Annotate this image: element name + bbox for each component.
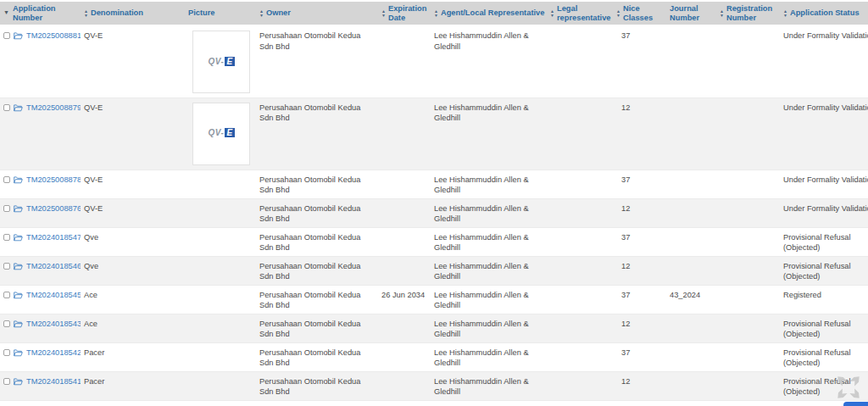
folder-open-icon[interactable] <box>14 262 23 270</box>
column-header-label: Nice Classes <box>623 4 653 23</box>
column-header-denomination[interactable]: Denomination <box>81 2 185 25</box>
legal-representative-cell <box>547 97 613 170</box>
application-status-cell: Under Formality Validation <box>780 170 868 198</box>
table-row: TM2024018541 Pacer Perusahaan Otomobil K… <box>0 371 868 400</box>
application-number-link[interactable]: TM2024018545 <box>26 290 81 301</box>
denomination-cell: QV-E <box>81 170 185 198</box>
bottom-corner-button[interactable] <box>843 402 868 406</box>
folder-open-icon[interactable] <box>14 233 23 242</box>
trademark-image[interactable]: QV-E <box>192 31 250 93</box>
nice-classes-cell: 12 <box>613 314 659 342</box>
denomination-cell: QV-E <box>81 198 185 227</box>
folder-open-icon[interactable] <box>14 291 23 299</box>
agent-cell: Lee Hishammuddin Allen & Gledhill <box>431 198 547 227</box>
sort-icon[interactable] <box>616 9 620 17</box>
expiration-date-cell: 26 Jun 2034 <box>378 285 431 314</box>
application-number-link[interactable]: TM2024018543 <box>26 319 81 330</box>
column-header-owner[interactable]: Owner <box>256 2 378 25</box>
row-checkbox[interactable] <box>3 32 10 39</box>
legal-representative-cell <box>547 25 613 97</box>
table-row: TM2025008876 QV-E Perusahaan Otomobil Ke… <box>0 198 868 227</box>
application-number-link[interactable]: TM2025008881 <box>26 31 81 42</box>
trademark-image[interactable]: QV-E <box>192 103 250 165</box>
journal-number-cell <box>659 256 716 285</box>
legal-representative-cell <box>547 170 613 198</box>
folder-open-icon[interactable] <box>14 320 23 328</box>
nice-classes-cell: 37 <box>613 227 659 256</box>
application-number-link[interactable]: TM2025008879 <box>26 103 81 114</box>
application-number-cell: TM2024018542 <box>0 342 81 371</box>
application-number-link[interactable]: TM2025008878 <box>26 175 81 186</box>
row-checkbox[interactable] <box>3 176 10 183</box>
nice-classes-cell: 37 <box>613 25 659 97</box>
folder-open-icon[interactable] <box>14 377 23 386</box>
row-checkbox[interactable] <box>3 349 10 356</box>
folder-open-icon[interactable] <box>14 31 23 40</box>
sort-icon[interactable] <box>381 9 386 17</box>
owner-cell: Perusahaan Otomobil Kedua Sdn Bhd <box>256 198 378 227</box>
column-header-legal_representative[interactable]: Legal representative <box>547 2 613 25</box>
denomination-cell: Qve <box>81 227 185 256</box>
picture-cell <box>185 371 256 400</box>
application-number-link[interactable]: TM2024018547 <box>26 232 81 243</box>
legal-representative-cell <box>547 198 613 227</box>
column-header-picture[interactable]: Picture <box>185 2 256 25</box>
nice-classes-cell: 12 <box>613 371 659 400</box>
agent-cell: Lee Hishammuddin Allen & Gledhill <box>431 285 547 314</box>
column-header-application_number[interactable]: Application Number <box>0 2 81 25</box>
registration-number-cell <box>716 285 780 314</box>
nice-classes-cell: 12 <box>613 97 659 170</box>
agent-cell: Lee Hishammuddin Allen & Gledhill <box>431 371 547 400</box>
agent-cell: Lee Hishammuddin Allen & Gledhill <box>431 314 547 342</box>
folder-open-icon[interactable] <box>14 204 23 213</box>
column-header-label: Denomination <box>91 8 143 18</box>
sort-icon[interactable] <box>783 9 787 17</box>
sort-icon[interactable] <box>84 9 88 17</box>
application-number-cell: TM2024018547 <box>0 227 81 256</box>
expiration-date-cell <box>378 371 431 400</box>
folder-open-icon[interactable] <box>14 348 23 357</box>
folder-open-icon[interactable] <box>14 103 23 112</box>
owner-cell: Perusahaan Otomobil Kedua Sdn Bhd <box>256 371 378 400</box>
row-checkbox[interactable] <box>3 104 10 111</box>
nice-classes-cell: 12 <box>613 198 659 227</box>
journal-number-cell <box>659 97 716 170</box>
registration-number-cell <box>716 314 780 342</box>
folder-open-icon[interactable] <box>14 175 23 184</box>
table-row: TM2025008879 QV-E QV-E Perusahaan Otomob… <box>0 97 868 170</box>
row-checkbox[interactable] <box>3 378 10 385</box>
sort-icon[interactable] <box>550 9 554 17</box>
application-number-link[interactable]: TM2024018542 <box>26 348 81 359</box>
application-number-link[interactable]: TM2024018541 <box>26 376 81 387</box>
row-checkbox[interactable] <box>3 263 10 270</box>
application-number-cell: TM2024018543 <box>0 314 81 342</box>
column-header-agent[interactable]: Agent/Local Representative <box>431 2 547 25</box>
application-number-link[interactable]: TM2024018546 <box>26 261 81 272</box>
table-row: TM2024018545 Ace Perusahaan Otomobil Ked… <box>0 285 868 314</box>
table-body: TM2025008881 QV-E QV-E Perusahaan Otomob… <box>0 25 868 400</box>
column-header-label: Journal Number <box>670 4 699 23</box>
expiration-date-cell <box>378 170 431 198</box>
legal-representative-cell <box>547 371 613 400</box>
owner-cell: Perusahaan Otomobil Kedua Sdn Bhd <box>256 314 378 342</box>
column-header-registration_number[interactable]: Registration Number <box>716 2 780 25</box>
application-number-link[interactable]: TM2025008876 <box>26 203 81 214</box>
row-checkbox[interactable] <box>3 320 10 327</box>
row-checkbox[interactable] <box>3 292 10 298</box>
row-checkbox[interactable] <box>3 234 10 241</box>
sort-icon[interactable] <box>720 9 724 17</box>
sort-icon[interactable] <box>3 11 9 15</box>
sort-icon[interactable] <box>434 9 438 17</box>
registration-number-cell <box>716 256 780 285</box>
picture-cell <box>185 227 256 256</box>
row-checkbox[interactable] <box>3 205 10 212</box>
table-row: TM2025008881 QV-E QV-E Perusahaan Otomob… <box>0 25 868 97</box>
registration-number-cell <box>716 227 780 256</box>
column-header-journal_number[interactable]: Journal Number <box>659 2 716 25</box>
owner-cell: Perusahaan Otomobil Kedua Sdn Bhd <box>256 285 378 314</box>
sort-icon[interactable] <box>259 9 264 17</box>
column-header-expiration_date[interactable]: Expiration Date <box>378 2 431 25</box>
column-header-nice_classes[interactable]: Nice Classes <box>613 2 659 25</box>
column-header-application_status[interactable]: Application Status <box>780 2 868 25</box>
registration-number-cell <box>716 371 780 400</box>
